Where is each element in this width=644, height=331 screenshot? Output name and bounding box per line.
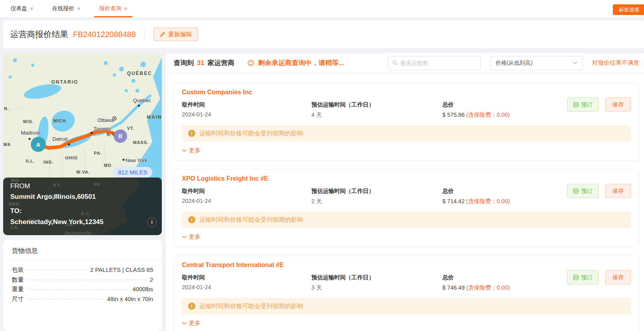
cargo-row-weight: 重量 4000lbs — [12, 286, 153, 295]
cargo-rows: 包装 2 PALLETS | CLASS 65 数量 2 重量 4000lbs … — [3, 260, 162, 305]
to-address: Schenectady,New York,12345 — [10, 218, 103, 226]
book-button[interactable]: 预订 — [567, 184, 599, 198]
pickup-label: 取件时间 — [182, 101, 311, 108]
chevron-down-icon — [182, 236, 187, 239]
dash-filler — [27, 299, 103, 299]
save-button[interactable]: 保存 — [605, 270, 631, 284]
book-label: 预订 — [581, 101, 593, 108]
pickup-date: 2024-01-24 — [182, 284, 311, 290]
save-label: 保存 — [612, 187, 624, 195]
tab-online-quote[interactable]: 在线报价 × — [47, 0, 85, 17]
info-icon[interactable]: i — [147, 217, 157, 227]
carrier-card: Central Transport International #E 取件时间 … — [174, 256, 639, 331]
map-label: VT. — [127, 126, 135, 131]
tag-options-button[interactable]: 标签选项 — [613, 4, 644, 15]
pickup-date: 2024-01-24 — [182, 198, 311, 204]
map-label: Toronto — [94, 126, 110, 132]
carrier-details: 取件时间 2024-01-24 预估运输时间（工作日） 4 天 总价 $ 575… — [182, 101, 631, 119]
book-button[interactable]: 预订 — [567, 97, 599, 112]
pickup-label: 取件时间 — [182, 187, 311, 195]
carrier-details: 取件时间 2024-01-24 预估运输时间（工作日） 2 天 总价 $ 714… — [182, 187, 631, 205]
cargo-row-packaging: 包装 2 PALLETS | CLASS 65 — [12, 266, 153, 276]
more-link[interactable]: 更多 — [182, 233, 200, 241]
results-header: 查询到31家运营商 剩余承运商查询中，请稍等... 价格(从低到高) 对报价结 — [166, 53, 644, 73]
map-label: OHIO — [65, 155, 78, 160]
cargo-row-quantity: 数量 2 — [12, 276, 153, 286]
origin-marker: A — [31, 137, 46, 152]
transit-days: 4 天 — [311, 111, 442, 119]
search-icon — [392, 60, 398, 66]
dash-filler — [27, 289, 129, 290]
save-button[interactable]: 保存 — [605, 97, 631, 112]
sort-select[interactable]: 价格(从低到高) — [490, 56, 583, 70]
dissatisfied-link[interactable]: 对报价结果不满意 — [592, 59, 639, 67]
cargo-label: 尺寸 — [12, 295, 24, 303]
distance-badge: 812 MILES — [113, 167, 152, 178]
carrier-search[interactable] — [388, 56, 481, 70]
map-label: Madison — [21, 130, 40, 136]
destination-marker: B — [114, 129, 127, 143]
map-label: KY. — [53, 183, 61, 187]
map-label: ARK. — [9, 202, 21, 206]
map-label: PA. — [94, 151, 102, 155]
transit-label: 预估运输时间（工作日） — [311, 187, 442, 195]
map-label: MAINE — [147, 114, 162, 120]
book-label: 预订 — [581, 274, 593, 281]
pencil-icon — [160, 32, 165, 37]
tab-dashboard[interactable]: 仪表盘 × — [6, 0, 38, 17]
map-label: MD. — [104, 163, 113, 168]
cargo-label: 数量 — [12, 276, 24, 284]
to-label: TO: — [10, 207, 22, 215]
carrier-list: Custom Companies Inc 取件时间 2024-01-24 预估运… — [166, 73, 644, 331]
close-icon[interactable]: × — [77, 6, 80, 12]
page-title: 运营商报价结果 — [10, 29, 68, 40]
close-icon[interactable]: × — [30, 6, 33, 12]
total-price: $ 575.86 — [442, 112, 464, 118]
close-icon[interactable]: × — [124, 6, 127, 12]
map-label: Detroit — [52, 136, 67, 142]
map-label: GA. — [66, 222, 75, 227]
count-prefix: 查询到 — [174, 59, 194, 67]
transit-label: 预估运输时间（工作日） — [311, 101, 442, 108]
insurance-note: (含保险费：0.00) — [466, 284, 509, 291]
map-label: LA. — [11, 225, 19, 230]
book-label: 预订 — [581, 187, 593, 195]
search-input[interactable] — [401, 60, 477, 66]
sort-value: 价格(从低到高) — [496, 60, 532, 67]
map-label: ILL. — [26, 159, 35, 163]
coins-icon — [573, 102, 579, 108]
route-map[interactable]: ONTARIOQUÉBECQuebecOttawaTorontoMAINEVT.… — [3, 53, 162, 235]
cargo-info-card: 货物信息 包装 2 PALLETS | CLASS 65 数量 2 重量 400… — [3, 240, 162, 331]
reedit-button[interactable]: 重新编辑 — [154, 28, 198, 41]
book-button[interactable]: 预订 — [567, 270, 599, 284]
carrier-details: 取件时间 2024-01-24 预估运输时间（工作日） 3 天 总价 $ 746… — [182, 274, 631, 292]
total-price: $ 714.42 — [442, 198, 464, 204]
transit-label: 预估运输时间（工作日） — [311, 274, 442, 281]
map-label: WA — [3, 142, 11, 147]
insurance-note: (含保险费：0.00) — [466, 112, 509, 118]
map-label: N. — [4, 106, 9, 111]
cargo-title: 货物信息 — [3, 240, 162, 260]
map-label: QUÉBEC — [127, 71, 152, 76]
loading-notice: 剩余承运商查询中，请稍等... — [258, 58, 344, 67]
count-number: 31 — [197, 59, 204, 67]
more-link[interactable]: 更多 — [182, 320, 200, 327]
carrier-name: XPO Logistics Freight Inc #E — [182, 175, 631, 182]
map-label: ONTARIO — [51, 79, 78, 85]
map-label: New York — [125, 157, 147, 163]
pickup-label: 取件时间 — [182, 274, 311, 281]
map-label: Ottawa — [97, 117, 114, 123]
map-overlay: FROM Summit Argo,Illinois,60501 TO: Sche… — [3, 178, 162, 235]
map-label: VA. — [94, 182, 102, 187]
carrier-card: XPO Logistics Freight Inc #E 取件时间 2024-0… — [174, 169, 639, 247]
tab-quote-query[interactable]: 报价查询 × — [94, 0, 132, 17]
holiday-warning: ! 运输时间和价格可能会受到假期的影响 — [182, 298, 631, 314]
total-price: $ 746.49 — [442, 284, 464, 291]
loading-spinner-icon — [247, 59, 255, 67]
pickup-date: 2024-01-24 — [182, 111, 311, 118]
more-link[interactable]: 更多 — [182, 147, 200, 154]
transit-days: 3 天 — [311, 284, 442, 292]
cargo-row-dimensions: 尺寸 48in x 40in x 70in — [12, 295, 153, 305]
map-label: MO. — [11, 178, 21, 183]
save-button[interactable]: 保存 — [605, 184, 631, 198]
